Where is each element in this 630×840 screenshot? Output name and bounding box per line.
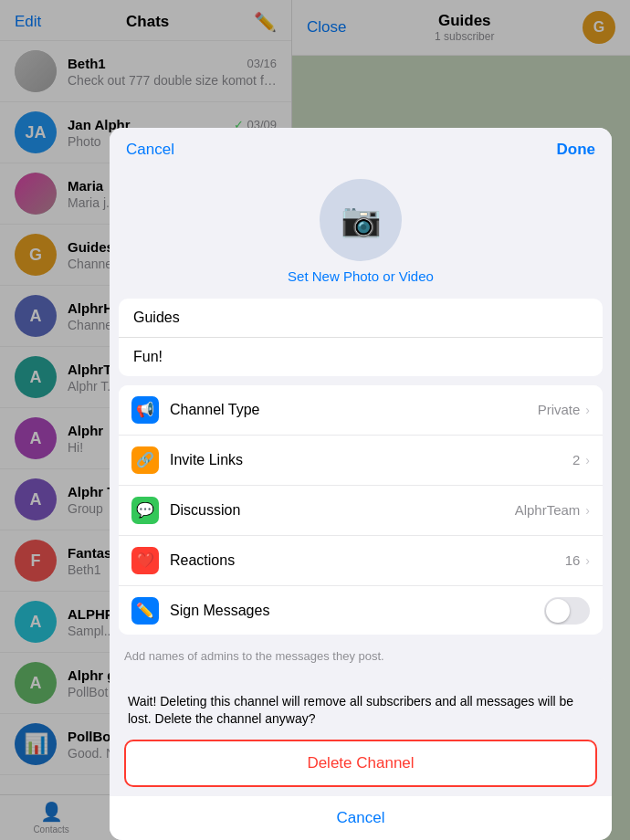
chevron-icon: › (585, 553, 590, 568)
avatar-section: 📷 Set New Photo or Video (110, 172, 612, 299)
channel-type-icon: 📢 (131, 396, 159, 424)
channel-type-label: Channel Type (170, 402, 538, 418)
avatar-upload-circle[interactable]: 📷 (320, 179, 402, 261)
channel-type-value: Private (538, 402, 581, 417)
confirm-delete-button[interactable]: Delete Channel (124, 740, 597, 787)
edit-channel-modal: Cancel Done 📷 Set New Photo or Video Gui… (110, 128, 612, 730)
sign-messages-icon: ✏️ (131, 597, 159, 625)
confirm-cancel-button[interactable]: Cancel (110, 796, 612, 840)
channel-info-fields: Guides Fun! (119, 299, 603, 376)
discussion-icon: 💬 (131, 497, 159, 524)
sign-messages-label: Sign Messages (170, 603, 544, 619)
reactions-icon: ❤️ (131, 547, 159, 574)
discussion-label: Discussion (170, 502, 515, 519)
chevron-icon: › (585, 503, 590, 518)
settings-section: 📢 Channel Type Private › 🔗 Invite Links … (119, 385, 603, 635)
reactions-value: 16 (565, 552, 581, 568)
invite-links-row[interactable]: 🔗 Invite Links 2 › (119, 436, 603, 486)
set-photo-button[interactable]: Set New Photo or Video (288, 268, 434, 284)
invite-links-icon: 🔗 (131, 446, 159, 474)
reactions-row[interactable]: ❤️ Reactions 16 › (119, 536, 603, 586)
confirm-message: Wait! Deleting this channel will remove … (110, 678, 612, 740)
channel-name-field[interactable]: Guides (119, 299, 603, 338)
sign-messages-toggle[interactable] (544, 597, 590, 625)
invite-links-label: Invite Links (170, 452, 572, 468)
discussion-row[interactable]: 💬 Discussion AlphrTeam › (119, 486, 603, 536)
invite-links-value: 2 (572, 452, 580, 467)
cancel-button[interactable]: Cancel (126, 141, 174, 159)
discussion-value: AlphrTeam (515, 502, 581, 518)
chevron-icon: › (585, 403, 590, 417)
done-button[interactable]: Done (557, 141, 596, 159)
toggle-knob (546, 599, 570, 623)
reactions-label: Reactions (170, 552, 565, 569)
camera-icon: 📷 (341, 201, 382, 239)
chevron-icon: › (585, 453, 590, 467)
modal-header: Cancel Done (110, 128, 612, 172)
sign-messages-hint: Add names of admins to the messages they… (110, 644, 612, 674)
channel-description-field[interactable]: Fun! (119, 338, 603, 376)
confirm-popup: Wait! Deleting this channel will remove … (110, 678, 612, 840)
sign-messages-row[interactable]: ✏️ Sign Messages (119, 586, 603, 635)
channel-type-row[interactable]: 📢 Channel Type Private › (119, 385, 603, 436)
